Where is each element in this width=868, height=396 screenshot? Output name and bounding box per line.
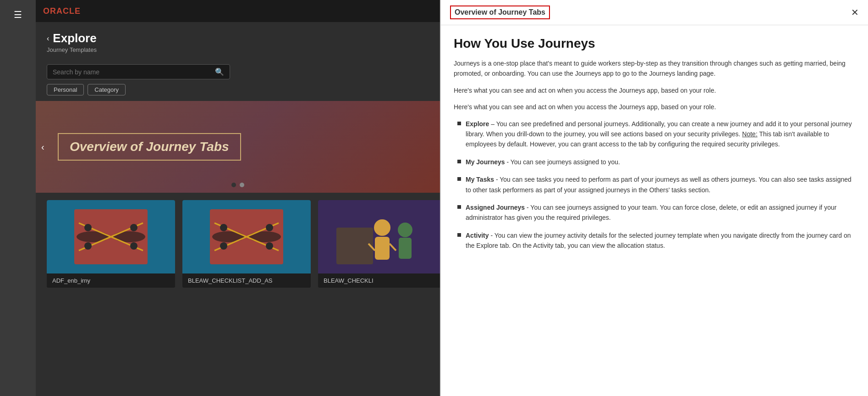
list-item: Assigned Journeys - You can see journeys… [457, 202, 855, 223]
card-image-svg-3 [318, 200, 440, 273]
banner-dot-2[interactable] [240, 183, 244, 187]
sidebar: ☰ [0, 0, 36, 396]
activity-list-item-text: Activity - You can view the journey acti… [466, 230, 855, 251]
svg-point-6 [84, 224, 92, 231]
svg-point-16 [220, 224, 227, 231]
top-bar: ORACLE [36, 0, 440, 22]
explore-list-item-text: Explore – You can see predefined and per… [466, 119, 855, 150]
my-journeys-list-item-text: My Journeys - You can see journeys assig… [466, 157, 620, 167]
content-para-2: Here's what you can see and act on when … [454, 85, 855, 95]
svg-rect-23 [375, 237, 390, 260]
card-image-svg-1 [47, 200, 175, 273]
search-icon: 🔍 [215, 67, 224, 76]
svg-point-8 [84, 242, 92, 250]
card-label-1: ADF_enb_irny [47, 273, 175, 288]
explore-back[interactable]: ‹ Explore [47, 31, 429, 45]
svg-point-9 [130, 242, 137, 250]
explore-title: Explore [53, 31, 96, 45]
banner-title-box: Overview of Journey Tabs [58, 133, 241, 161]
svg-point-22 [374, 219, 390, 236]
close-button[interactable]: ✕ [851, 8, 859, 17]
card-label-3: BLEAW_CHECKLI [318, 273, 440, 288]
svg-point-7 [130, 224, 137, 231]
list-item: Activity - You can view the journey acti… [457, 230, 855, 251]
svg-point-19 [266, 242, 273, 250]
my-tasks-list-item-text: My Tasks - You can see tasks you need to… [466, 174, 855, 195]
search-input[interactable] [53, 68, 215, 76]
content-para-3: Here's what you can see and act on when … [454, 102, 855, 112]
right-panel-content: How You Use Journeys Journeys is a one-s… [441, 25, 868, 269]
bullet-icon [457, 205, 461, 209]
svg-point-26 [398, 223, 412, 237]
search-box: 🔍 [47, 64, 230, 79]
cards-area: ADF_enb_irny BLEAW_CHECKLIST_ADD_AS [36, 193, 440, 295]
bullet-icon [457, 177, 461, 181]
bullet-icon [457, 160, 461, 163]
category-filter-button[interactable]: Category [88, 84, 126, 95]
svg-point-18 [220, 242, 227, 250]
bullet-icon [457, 122, 461, 125]
list-item: My Tasks - You can see tasks you need to… [457, 174, 855, 195]
bullet-icon [457, 233, 461, 237]
list-item: Explore – You can see predefined and per… [457, 119, 855, 150]
main-panel: ORACLE ‹ Explore Journey Templates 🔍 Per… [36, 0, 440, 396]
search-area: 🔍 Personal Category [36, 61, 440, 101]
personal-filter-button[interactable]: Personal [47, 84, 84, 95]
card-image-1 [47, 200, 175, 273]
right-panel-title: Overview of Journey Tabs [450, 6, 550, 19]
explore-header: ‹ Explore Journey Templates [36, 22, 440, 61]
journey-templates-subtitle: Journey Templates [47, 46, 429, 53]
banner-dots [231, 183, 244, 187]
svg-point-3 [113, 231, 145, 242]
svg-point-2 [77, 231, 109, 242]
right-panel-header: Overview of Journey Tabs ✕ [441, 0, 868, 25]
content-para-1: Journeys is a one-stop place that's mean… [454, 58, 855, 79]
svg-point-12 [212, 231, 244, 242]
oracle-logo: ORACLE [43, 6, 81, 16]
assigned-journeys-list-item-text: Assigned Journeys - You can see journeys… [466, 202, 855, 223]
card-image-svg-2 [182, 200, 311, 273]
svg-rect-21 [336, 228, 373, 264]
banner-dot-1[interactable] [231, 183, 236, 187]
banner-title: Overview of Journey Tabs [70, 139, 229, 154]
back-arrow-icon[interactable]: ‹ [47, 34, 49, 43]
list-item[interactable]: BLEAW_CHECKLIST_ADD_AS [182, 200, 311, 288]
filter-buttons: Personal Category [47, 84, 429, 95]
banner: ‹ Overview of Journey Tabs [36, 101, 440, 193]
banner-prev-button[interactable]: ‹ [41, 142, 44, 152]
right-panel: Overview of Journey Tabs ✕ How You Use J… [440, 0, 868, 396]
card-image-2 [182, 200, 311, 273]
list-item[interactable]: BLEAW_CHECKLI [318, 200, 440, 288]
content-list: Explore – You can see predefined and per… [454, 119, 855, 251]
svg-point-13 [249, 231, 281, 242]
svg-point-17 [266, 224, 273, 231]
card-image-3 [318, 200, 440, 273]
list-item: My Journeys - You can see journeys assig… [457, 157, 855, 167]
content-main-title: How You Use Journeys [454, 36, 855, 51]
hamburger-icon[interactable]: ☰ [10, 6, 26, 24]
card-label-2: BLEAW_CHECKLIST_ADD_AS [182, 273, 311, 288]
svg-rect-27 [399, 238, 412, 259]
list-item[interactable]: ADF_enb_irny [47, 200, 175, 288]
